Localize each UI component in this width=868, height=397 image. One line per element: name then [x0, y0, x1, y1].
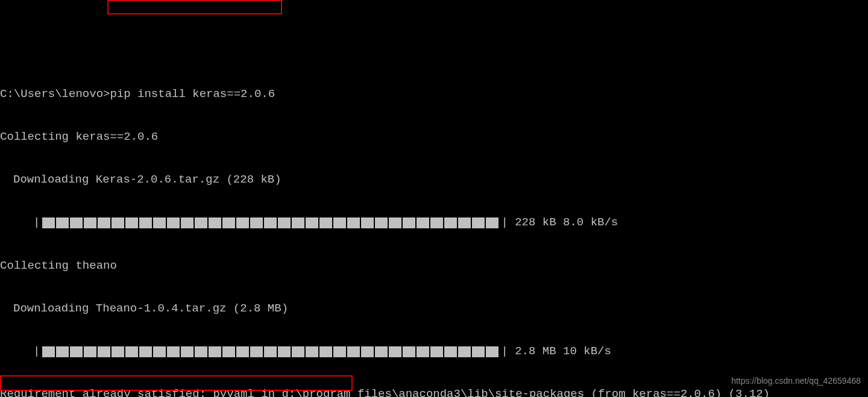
progress-segment	[236, 217, 249, 228]
progress-segment	[430, 217, 443, 228]
progress-segment	[403, 346, 415, 357]
progress-segment	[430, 346, 443, 357]
progress-segment	[125, 217, 138, 228]
progress-segment	[153, 346, 166, 357]
progress-segment	[70, 217, 83, 228]
progress-segment	[84, 217, 96, 228]
progress-segment	[222, 346, 235, 357]
progress-segment	[264, 217, 277, 228]
progress-status: 228 kB 8.0 kB/s	[508, 216, 618, 230]
progress-segment	[195, 217, 207, 228]
progress-segment	[278, 217, 291, 228]
progress-segment	[306, 217, 318, 228]
progress-segment	[84, 346, 96, 357]
progress-segment	[486, 217, 498, 228]
progress-pipe-icon: |	[501, 216, 508, 230]
prompt: C:\Users\lenovo>	[0, 87, 110, 101]
progress-segment	[181, 217, 193, 228]
progress-segment	[153, 217, 166, 228]
progress-segment	[112, 346, 124, 357]
progress-segments	[42, 346, 498, 357]
progress-segment	[389, 346, 401, 357]
terminal-output: C:\Users\lenovo>pip install keras==2.0.6…	[0, 57, 868, 397]
progress-pipe-icon: |	[33, 345, 40, 359]
command-line[interactable]: C:\Users\lenovo>pip install keras==2.0.6	[0, 87, 868, 102]
progress-bar-keras: | | 228 kB 8.0 kB/s	[0, 216, 868, 230]
progress-segment	[333, 346, 346, 357]
progress-segment	[361, 217, 374, 228]
progress-segment	[56, 346, 69, 357]
progress-segment	[292, 217, 304, 228]
progress-segment	[319, 217, 332, 228]
progress-segment	[389, 217, 401, 228]
progress-segment	[472, 346, 485, 357]
progress-segment	[250, 346, 263, 357]
progress-segment	[98, 217, 110, 228]
progress-segment	[70, 346, 83, 357]
progress-segment	[98, 346, 110, 357]
progress-segment	[250, 217, 263, 228]
progress-segment	[458, 346, 471, 357]
progress-segment	[319, 346, 332, 357]
progress-segment	[112, 217, 124, 228]
progress-segment	[139, 346, 152, 357]
progress-segment	[375, 346, 388, 357]
highlight-annotation	[107, 0, 282, 14]
progress-segment	[347, 346, 360, 357]
progress-segment	[181, 346, 193, 357]
progress-segment	[458, 217, 471, 228]
progress-segment	[486, 346, 498, 357]
progress-segment	[417, 346, 429, 357]
progress-segment	[278, 346, 291, 357]
progress-pipe-icon: |	[501, 345, 508, 359]
progress-segment	[42, 346, 55, 357]
progress-pipe-icon: |	[33, 216, 40, 230]
progress-segment	[472, 217, 485, 228]
progress-segment	[209, 217, 221, 228]
progress-bar-theano: | | 2.8 MB 10 kB/s	[0, 345, 868, 359]
progress-segment	[264, 346, 277, 357]
progress-segment	[444, 217, 457, 228]
progress-segment	[403, 217, 415, 228]
output-line: Collecting keras==2.0.6	[0, 130, 868, 145]
progress-segment	[292, 346, 304, 357]
command-text: pip install keras==2.0.6	[110, 87, 275, 101]
progress-segment	[375, 217, 388, 228]
progress-segment	[167, 217, 180, 228]
progress-segments	[42, 217, 498, 228]
progress-segment	[361, 346, 374, 357]
progress-segment	[236, 346, 249, 357]
progress-segment	[347, 217, 360, 228]
progress-segment	[139, 217, 152, 228]
progress-segment	[209, 346, 221, 357]
output-line: Requirement already satisfied: pyyaml in…	[0, 387, 868, 397]
output-line: Downloading Keras-2.0.6.tar.gz (228 kB)	[0, 173, 868, 187]
progress-segment	[195, 346, 207, 357]
progress-segment	[333, 217, 346, 228]
progress-segment	[444, 346, 457, 357]
output-line: Downloading Theano-1.0.4.tar.gz (2.8 MB)	[0, 302, 868, 316]
progress-segment	[306, 346, 318, 357]
progress-segment	[42, 217, 55, 228]
progress-segment	[125, 346, 138, 357]
progress-segment	[222, 217, 235, 228]
watermark-text: https://blog.csdn.net/qq_42659468	[731, 376, 861, 387]
progress-status: 2.8 MB 10 kB/s	[508, 345, 611, 359]
progress-segment	[167, 346, 180, 357]
progress-segment	[417, 217, 429, 228]
progress-segment	[56, 217, 69, 228]
output-line: Collecting theano	[0, 259, 868, 274]
